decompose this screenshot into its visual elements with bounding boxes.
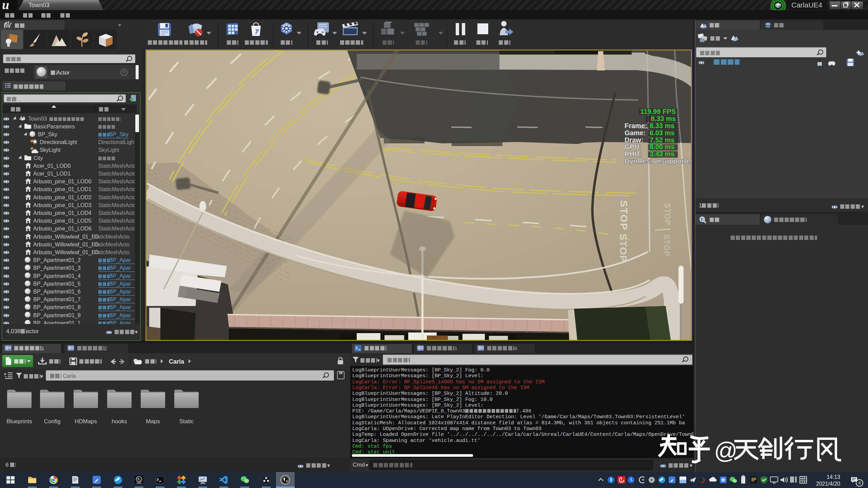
svg-text:8.33 ms: 8.33 ms <box>650 122 674 129</box>
svg-text:8.00 ms: 8.00 ms <box>650 143 674 150</box>
svg-text:GPU:: GPU: <box>625 143 642 150</box>
svg-text:Game:: Game: <box>625 129 646 137</box>
svg-text:RHIT:: RHIT: <box>625 150 642 158</box>
svg-text:119.99 FPS: 119.99 FPS <box>640 108 676 115</box>
svg-text:STOP: STOP <box>663 203 672 225</box>
svg-text:7.52 ms: 7.52 ms <box>650 136 674 144</box>
svg-text:STOP: STOP <box>618 200 630 230</box>
svg-text:STOP: STOP <box>662 234 671 257</box>
svg-text:Frame:: Frame: <box>625 122 647 129</box>
svg-text:6.03 ms: 6.03 ms <box>650 129 674 137</box>
svg-text:8.33 ms: 8.33 ms <box>651 115 676 122</box>
svg-text:DynRes:Unsupported: DynRes:Unsupported <box>625 157 692 165</box>
svg-text:@: @ <box>714 438 737 463</box>
svg-text:STOP: STOP <box>618 233 629 262</box>
svg-text:Draw:: Draw: <box>625 136 644 144</box>
svg-text:3.43 ms: 3.43 ms <box>650 150 674 158</box>
svg-text:i: i <box>701 218 702 221</box>
